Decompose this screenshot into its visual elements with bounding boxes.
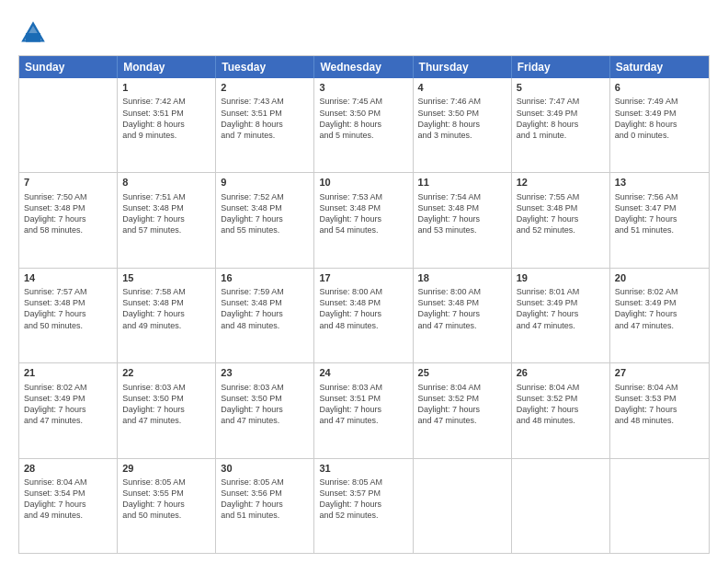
sunset-line: Sunset: 3:48 PM	[24, 202, 112, 213]
sunrise-line: Sunrise: 8:04 AM	[24, 477, 112, 488]
calendar: SundayMondayTuesdayWednesdayThursdayFrid…	[18, 55, 710, 554]
daylight-line1: Daylight: 8 hours	[517, 119, 605, 130]
sunset-line: Sunset: 3:54 PM	[24, 488, 112, 499]
calendar-cell: 31Sunrise: 8:05 AMSunset: 3:57 PMDayligh…	[314, 459, 413, 553]
daylight-line2: and 0 minutes.	[615, 130, 704, 141]
sunrise-line: Sunrise: 8:02 AM	[615, 286, 704, 297]
daylight-line2: and 47 minutes.	[418, 320, 506, 331]
day-number: 10	[319, 176, 407, 190]
sunset-line: Sunset: 3:50 PM	[122, 393, 210, 404]
daylight-line2: and 49 minutes.	[24, 510, 112, 521]
daylight-line2: and 47 minutes.	[418, 415, 506, 426]
sunrise-line: Sunrise: 7:45 AM	[319, 96, 407, 107]
daylight-line2: and 52 minutes.	[319, 510, 407, 521]
sunrise-line: Sunrise: 7:56 AM	[615, 191, 704, 202]
daylight-line1: Daylight: 7 hours	[319, 499, 407, 510]
daylight-line2: and 47 minutes.	[319, 415, 407, 426]
day-number: 22	[122, 366, 210, 380]
daylight-line1: Daylight: 7 hours	[319, 404, 407, 415]
sunset-line: Sunset: 3:52 PM	[418, 393, 506, 404]
calendar-cell: 29Sunrise: 8:05 AMSunset: 3:55 PMDayligh…	[118, 459, 216, 553]
sunrise-line: Sunrise: 7:51 AM	[122, 191, 210, 202]
sunset-line: Sunset: 3:50 PM	[221, 393, 309, 404]
sunrise-line: Sunrise: 7:43 AM	[221, 96, 309, 107]
calendar-cell: 7Sunrise: 7:50 AMSunset: 3:48 PMDaylight…	[19, 173, 118, 267]
daylight-line1: Daylight: 7 hours	[319, 213, 407, 224]
calendar-row-3: 21Sunrise: 8:02 AMSunset: 3:49 PMDayligh…	[19, 362, 709, 457]
day-number: 18	[418, 271, 506, 285]
daylight-line1: Daylight: 7 hours	[517, 308, 605, 319]
sunset-line: Sunset: 3:47 PM	[615, 202, 704, 213]
daylight-line2: and 47 minutes.	[122, 415, 210, 426]
day-number: 5	[517, 81, 605, 95]
day-number: 4	[418, 81, 506, 95]
daylight-line2: and 48 minutes.	[319, 320, 407, 331]
daylight-line2: and 5 minutes.	[319, 130, 407, 141]
daylight-line1: Daylight: 7 hours	[221, 213, 309, 224]
calendar-cell: 25Sunrise: 8:04 AMSunset: 3:52 PMDayligh…	[414, 363, 512, 457]
day-number: 7	[24, 176, 112, 190]
sunset-line: Sunset: 3:49 PM	[517, 108, 605, 119]
calendar-body: 1Sunrise: 7:42 AMSunset: 3:51 PMDaylight…	[19, 78, 709, 553]
calendar-cell: 17Sunrise: 8:00 AMSunset: 3:48 PMDayligh…	[314, 269, 413, 362]
sunrise-line: Sunrise: 7:53 AM	[319, 191, 407, 202]
daylight-line2: and 9 minutes.	[122, 130, 210, 141]
sunset-line: Sunset: 3:48 PM	[319, 202, 407, 213]
daylight-line2: and 47 minutes.	[517, 320, 605, 331]
sunrise-line: Sunrise: 7:54 AM	[418, 191, 506, 202]
day-number: 2	[221, 81, 309, 95]
sunrise-line: Sunrise: 8:05 AM	[221, 477, 309, 488]
calendar-cell: 27Sunrise: 8:04 AMSunset: 3:53 PMDayligh…	[610, 363, 709, 457]
calendar-cell: 24Sunrise: 8:03 AMSunset: 3:51 PMDayligh…	[314, 363, 413, 457]
calendar-cell: 20Sunrise: 8:02 AMSunset: 3:49 PMDayligh…	[610, 269, 709, 362]
daylight-line2: and 48 minutes.	[517, 415, 605, 426]
sunset-line: Sunset: 3:48 PM	[122, 297, 210, 308]
sunset-line: Sunset: 3:48 PM	[319, 297, 407, 308]
sunset-line: Sunset: 3:51 PM	[319, 393, 407, 404]
sunrise-line: Sunrise: 7:49 AM	[615, 96, 704, 107]
daylight-line2: and 47 minutes.	[615, 320, 704, 331]
daylight-line1: Daylight: 7 hours	[221, 308, 309, 319]
calendar-cell: 9Sunrise: 7:52 AMSunset: 3:48 PMDaylight…	[216, 173, 314, 267]
daylight-line1: Daylight: 8 hours	[122, 119, 210, 130]
daylight-line1: Daylight: 8 hours	[319, 119, 407, 130]
calendar-cell: 19Sunrise: 8:01 AMSunset: 3:49 PMDayligh…	[512, 269, 610, 362]
calendar-cell: 2Sunrise: 7:43 AMSunset: 3:51 PMDaylight…	[216, 78, 314, 172]
header-day-monday: Monday	[118, 56, 216, 78]
calendar-cell	[512, 459, 610, 553]
day-number: 20	[615, 271, 704, 285]
sunset-line: Sunset: 3:51 PM	[221, 108, 309, 119]
day-number: 23	[221, 366, 309, 380]
day-number: 21	[24, 366, 112, 380]
day-number: 25	[418, 366, 506, 380]
daylight-line1: Daylight: 7 hours	[418, 308, 506, 319]
calendar-cell: 28Sunrise: 8:04 AMSunset: 3:54 PMDayligh…	[19, 459, 118, 553]
day-number: 3	[319, 81, 407, 95]
sunset-line: Sunset: 3:55 PM	[122, 488, 210, 499]
daylight-line1: Daylight: 8 hours	[418, 119, 506, 130]
calendar-row-1: 7Sunrise: 7:50 AMSunset: 3:48 PMDaylight…	[19, 172, 709, 267]
sunset-line: Sunset: 3:48 PM	[517, 202, 605, 213]
sunrise-line: Sunrise: 7:46 AM	[418, 96, 506, 107]
sunrise-line: Sunrise: 8:02 AM	[24, 382, 112, 393]
calendar-cell: 30Sunrise: 8:05 AMSunset: 3:56 PMDayligh…	[216, 459, 314, 553]
daylight-line1: Daylight: 7 hours	[319, 308, 407, 319]
day-number: 28	[24, 462, 112, 476]
daylight-line2: and 49 minutes.	[122, 320, 210, 331]
sunrise-line: Sunrise: 7:42 AM	[122, 96, 210, 107]
day-number: 1	[122, 81, 210, 95]
daylight-line2: and 47 minutes.	[221, 415, 309, 426]
daylight-line2: and 48 minutes.	[615, 415, 704, 426]
calendar-cell: 16Sunrise: 7:59 AMSunset: 3:48 PMDayligh…	[216, 269, 314, 362]
calendar-cell: 15Sunrise: 7:58 AMSunset: 3:48 PMDayligh…	[118, 269, 216, 362]
sunrise-line: Sunrise: 8:01 AM	[517, 286, 605, 297]
page: SundayMondayTuesdayWednesdayThursdayFrid…	[0, 0, 728, 563]
sunset-line: Sunset: 3:49 PM	[615, 297, 704, 308]
header-day-wednesday: Wednesday	[314, 56, 413, 78]
sunrise-line: Sunrise: 8:05 AM	[319, 477, 407, 488]
daylight-line2: and 47 minutes.	[24, 415, 112, 426]
header-day-saturday: Saturday	[610, 56, 709, 78]
sunset-line: Sunset: 3:48 PM	[221, 202, 309, 213]
daylight-line2: and 58 minutes.	[24, 224, 112, 236]
day-number: 27	[615, 366, 704, 380]
